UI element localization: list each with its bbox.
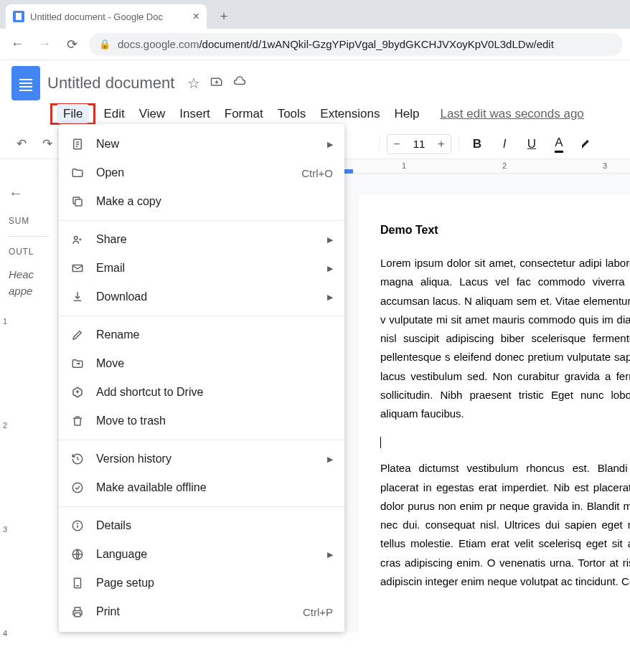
menu-item-add-shortcut-to-drive[interactable]: Add shortcut to Drive xyxy=(59,378,344,407)
doc-icon xyxy=(70,137,85,151)
menu-item-download[interactable]: Download▶ xyxy=(59,283,344,311)
annotation-highlight: File xyxy=(50,103,95,125)
menu-item-print[interactable]: PrintCtrl+P xyxy=(59,597,344,626)
menu-item-move-to-trash[interactable]: Move to trash xyxy=(59,407,344,435)
menu-item-language[interactable]: Language▶ xyxy=(59,540,344,569)
menu-tools[interactable]: Tools xyxy=(271,104,313,124)
folder-icon xyxy=(70,166,85,180)
font-size-value[interactable]: 11 xyxy=(406,138,432,150)
page[interactable]: Demo Text Lorem ipsum dolor sit amet, co… xyxy=(359,195,630,633)
document-canvas[interactable]: Demo Text Lorem ipsum dolor sit amet, co… xyxy=(344,174,630,633)
mail-icon xyxy=(70,261,85,275)
shortcut-hint: Ctrl+O xyxy=(301,167,333,179)
shortcut-hint: Ctrl+P xyxy=(303,606,333,618)
print-icon xyxy=(70,605,85,619)
underline-button[interactable]: U xyxy=(521,134,542,154)
collapse-outline-button[interactable]: ← xyxy=(9,185,49,202)
menu-item-make-a-copy[interactable]: Make a copy xyxy=(59,187,344,216)
menu-item-new[interactable]: New▶ xyxy=(59,130,344,158)
menu-help[interactable]: Help xyxy=(387,104,426,124)
italic-button[interactable]: I xyxy=(494,134,515,154)
highlight-button[interactable] xyxy=(575,134,597,154)
doc-title[interactable]: Untitled document xyxy=(47,74,174,93)
menu-edit[interactable]: Edit xyxy=(97,104,131,124)
font-size-stepper[interactable]: − 11 + xyxy=(387,134,451,154)
close-icon[interactable]: × xyxy=(193,10,199,23)
chevron-right-icon: ▶ xyxy=(327,293,333,302)
move-icon[interactable] xyxy=(210,75,223,92)
doc-heading[interactable]: Demo Text xyxy=(380,224,630,237)
outline-heading: OUTL xyxy=(9,247,49,257)
tab-title: Untitled document - Google Doc xyxy=(30,11,187,22)
decrease-font-button[interactable]: − xyxy=(387,135,406,153)
menu-item-make-available-offline[interactable]: Make available offline xyxy=(59,473,344,502)
paragraph[interactable]: Lorem ipsum dolor sit amet, consectetur … xyxy=(380,254,630,423)
menu-item-label: Version history xyxy=(96,453,316,465)
docs-logo[interactable] xyxy=(11,66,40,100)
browser-tab-strip: Untitled document - Google Doc × + xyxy=(0,0,630,29)
url-bar[interactable]: 🔒 docs.google.com/document/d/1wANQkil-Gz… xyxy=(89,33,623,56)
browser-nav: ← → ⟳ 🔒 docs.google.com/document/d/1wANQ… xyxy=(0,29,630,60)
forward-button[interactable]: → xyxy=(34,34,55,55)
summary-heading: SUM xyxy=(9,216,49,226)
menu-extensions[interactable]: Extensions xyxy=(314,104,386,124)
docs-favicon xyxy=(13,11,24,22)
chevron-right-icon: ▶ xyxy=(327,264,333,273)
menu-item-version-history[interactable]: Version history▶ xyxy=(59,445,344,473)
chevron-right-icon: ▶ xyxy=(327,550,333,559)
menu-item-label: Details xyxy=(96,519,333,532)
new-tab-button[interactable]: + xyxy=(214,6,234,27)
svg-point-5 xyxy=(75,237,78,240)
cloud-icon[interactable] xyxy=(233,75,246,92)
chevron-right-icon: ▶ xyxy=(327,235,333,245)
menu-file[interactable]: File xyxy=(57,104,89,123)
menu-item-label: Language xyxy=(96,548,316,561)
menu-view[interactable]: View xyxy=(133,104,172,124)
paragraph[interactable]: Platea dictumst vestibulum rhoncus est. … xyxy=(380,459,630,591)
app-header: Untitled document ☆ File Edit View Inser… xyxy=(0,60,630,125)
menu-item-rename[interactable]: Rename xyxy=(59,321,344,349)
svg-point-7 xyxy=(72,483,83,493)
menu-item-label: Make a copy xyxy=(96,195,333,208)
menu-item-details[interactable]: Details xyxy=(59,511,344,540)
reload-button[interactable]: ⟳ xyxy=(62,34,82,55)
menu-divider xyxy=(59,506,344,507)
last-edit-link[interactable]: Last edit was seconds ago xyxy=(440,107,583,121)
shortcut-icon xyxy=(70,385,85,399)
menu-item-share[interactable]: Share▶ xyxy=(59,225,344,254)
share-icon xyxy=(70,232,85,247)
redo-button[interactable]: ↷ xyxy=(37,134,57,154)
menu-item-move[interactable]: Move xyxy=(59,349,344,378)
menu-insert[interactable]: Insert xyxy=(173,104,217,124)
menu-format[interactable]: Format xyxy=(218,104,270,124)
svg-rect-4 xyxy=(75,199,82,206)
globe-icon xyxy=(70,547,85,562)
svg-point-10 xyxy=(77,524,78,524)
undo-button[interactable]: ↶ xyxy=(11,134,32,154)
menu-divider xyxy=(59,440,344,440)
url-host: docs.google.com xyxy=(118,38,199,50)
url-path: /document/d/1wANQkil-GzgYPipVgal_9bydGKC… xyxy=(199,38,553,50)
text-color-button[interactable]: A xyxy=(548,134,570,154)
menu-item-label: Share xyxy=(96,233,316,246)
increase-font-button[interactable]: + xyxy=(432,135,451,153)
star-icon[interactable]: ☆ xyxy=(187,75,200,92)
trash-icon xyxy=(70,414,85,428)
menu-divider xyxy=(59,316,344,316)
menu-item-page-setup[interactable]: Page setup xyxy=(59,569,344,597)
back-button[interactable]: ← xyxy=(7,34,27,55)
menu-item-label: Move xyxy=(96,357,333,370)
browser-tab[interactable]: Untitled document - Google Doc × xyxy=(6,4,207,29)
download-icon xyxy=(70,290,85,304)
rename-icon xyxy=(70,328,85,342)
menu-bar: File Edit View Insert Format Tools Exten… xyxy=(50,103,619,125)
menu-item-open[interactable]: OpenCtrl+O xyxy=(59,158,344,187)
bold-button[interactable]: B xyxy=(466,134,488,154)
text-cursor xyxy=(380,437,381,448)
move-icon xyxy=(70,356,85,371)
svg-rect-14 xyxy=(75,613,80,617)
menu-item-label: Print xyxy=(96,605,291,618)
outline-placeholder: Heac appe xyxy=(9,267,49,299)
vertical-ruler[interactable]: 1 2 3 4 xyxy=(0,174,14,633)
menu-item-email[interactable]: Email▶ xyxy=(59,254,344,283)
